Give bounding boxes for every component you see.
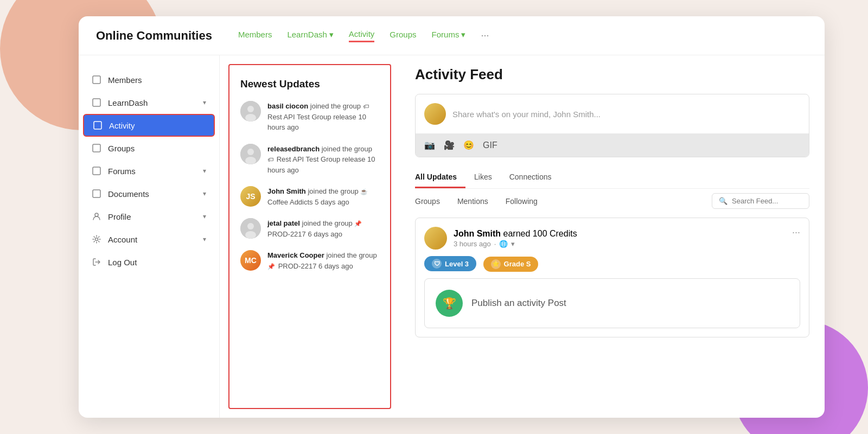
activity-card: John Smith earned 100 Credits 3 hours ag… [415, 218, 809, 337]
sidebar-item-label: LearnDash [108, 98, 148, 107]
sidebar-item-documents[interactable]: Documents ▾ [79, 182, 219, 205]
sidebar: Members LearnDash ▾ Activity Groups [79, 55, 220, 418]
badges-row: 🛡 Level 3 ⭐ Grade S [424, 256, 800, 272]
globe-icon: 🌐 [499, 240, 508, 248]
sidebar-item-activity[interactable]: Activity [83, 114, 215, 137]
group-icon: 📌 [267, 262, 275, 271]
avatar [240, 144, 261, 164]
svg-point-15 [247, 223, 254, 229]
activity-user-name: John Smith earned 100 Credits [454, 229, 577, 239]
nav-item-groups[interactable]: Groups [390, 30, 416, 41]
feed-subtabs: Groups Mentions Following 🔍 [415, 193, 809, 209]
svg-point-16 [245, 231, 256, 239]
nav-item-forums[interactable]: Forums ▾ [432, 30, 466, 42]
chevron-down-icon: ▾ [203, 99, 206, 106]
sidebar-item-label: Profile [108, 212, 131, 221]
sidebar-item-label: Activity [109, 121, 135, 130]
group-icon: 📌 [354, 219, 362, 228]
update-text: basil ciocon joined the group 🏷 Rest API… [267, 101, 379, 133]
checkbox-icon [92, 75, 101, 85]
subtab-mentions[interactable]: Mentions [449, 194, 497, 209]
activity-card-header: John Smith earned 100 Credits 3 hours ag… [424, 227, 800, 250]
chevron-down-icon: ▾ [203, 235, 206, 243]
group-icon: ☕ [360, 187, 368, 196]
emoji-icon[interactable]: 😊 [463, 140, 474, 150]
sidebar-item-label: Documents [108, 189, 149, 199]
sidebar-item-label: Account [108, 235, 137, 244]
update-text: releasedbranch joined the group 🏷 Rest A… [267, 144, 379, 176]
chevron-down-icon: ▾ [203, 167, 206, 175]
activity-meta: 3 hours ago · 🌐 ▾ [454, 240, 577, 248]
sidebar-item-forums[interactable]: Forums ▾ [79, 159, 219, 182]
nav-more-dots[interactable]: ··· [481, 30, 489, 41]
avatar [424, 227, 447, 250]
sidebar-item-logout[interactable]: Log Out [79, 251, 219, 273]
main-window: Online Communities Members LearnDash ▾ A… [79, 16, 825, 418]
checkbox-icon [92, 143, 101, 153]
feed-title: Activity Feed [415, 66, 809, 83]
avatar: JS [240, 186, 261, 207]
svg-point-13 [245, 157, 256, 164]
svg-rect-2 [94, 122, 101, 129]
share-input-area[interactable]: Share what's on your mind, John Smith... [416, 94, 809, 133]
shield-icon: 🛡 [432, 259, 442, 269]
nav-item-learndash[interactable]: LearnDash ▾ [287, 30, 333, 42]
gif-icon[interactable]: GIF [483, 141, 497, 150]
svg-point-10 [245, 114, 256, 122]
nav-item-members[interactable]: Members [238, 30, 272, 41]
nav-items: Members LearnDash ▾ Activity Groups Foru… [238, 29, 807, 42]
share-box: Share what's on your mind, John Smith...… [415, 94, 809, 157]
svg-rect-4 [93, 167, 100, 175]
list-item: JS John Smith joined the group ☕ Coffee … [240, 186, 379, 207]
updates-panel: Newest Updates basil ciocon joined the g… [228, 64, 391, 409]
list-item: jetal patel joined the group 📌 PROD-2217… [240, 218, 379, 239]
svg-point-12 [247, 149, 254, 155]
sidebar-item-groups[interactable]: Groups [79, 137, 219, 159]
search-icon: 🔍 [719, 197, 727, 205]
update-text: John Smith joined the group ☕ Coffee Add… [267, 186, 379, 207]
svg-point-7 [95, 238, 98, 241]
nav-item-activity[interactable]: Activity [349, 29, 375, 42]
feed-area: Activity Feed Share what's on your mind,… [400, 55, 825, 418]
more-options-icon[interactable]: ··· [792, 227, 800, 238]
publish-card: 🏆 Publish an activity Post [424, 278, 800, 328]
tab-connections[interactable]: Connections [501, 168, 560, 188]
svg-point-9 [247, 106, 254, 112]
sidebar-item-members[interactable]: Members [79, 68, 219, 91]
nav-logo: Online Communities [96, 29, 212, 43]
svg-rect-3 [93, 144, 100, 152]
content-area: Newest Updates basil ciocon joined the g… [220, 55, 825, 418]
publish-icon: 🏆 [436, 290, 463, 317]
grade-badge: ⭐ Grade S [483, 257, 539, 272]
avatar [424, 103, 446, 125]
svg-point-6 [95, 213, 98, 216]
feed-tabs: All Updates Likes Connections [415, 168, 809, 189]
list-item: releasedbranch joined the group 🏷 Rest A… [240, 144, 379, 176]
tab-all-updates[interactable]: All Updates [415, 168, 465, 188]
sidebar-item-label: Forums [108, 167, 136, 176]
dot-separator: · [494, 240, 496, 248]
level-badge: 🛡 Level 3 [424, 256, 476, 271]
camera-icon[interactable]: 📷 [424, 140, 435, 150]
activity-user-details: John Smith earned 100 Credits 3 hours ag… [454, 229, 577, 248]
sidebar-item-label: Groups [108, 144, 135, 153]
checkbox-icon [92, 189, 101, 199]
update-text: Maverick Cooper joined the group 📌 PROD-… [267, 250, 379, 271]
star-icon: ⭐ [491, 259, 501, 269]
subtab-following[interactable]: Following [497, 194, 546, 209]
checkbox-icon [92, 166, 101, 176]
list-item: basil ciocon joined the group 🏷 Rest API… [240, 101, 379, 133]
search-feed-input[interactable] [732, 197, 802, 205]
avatar: MC [240, 250, 261, 271]
sidebar-item-learndash[interactable]: LearnDash ▾ [79, 91, 219, 114]
svg-rect-0 [93, 76, 100, 84]
checkbox-icon [93, 120, 103, 130]
group-icon: 🏷 [363, 102, 369, 111]
subtab-groups[interactable]: Groups [415, 194, 449, 209]
sidebar-item-profile[interactable]: Profile ▾ [79, 205, 219, 228]
tab-likes[interactable]: Likes [465, 168, 501, 188]
video-icon[interactable]: 🎥 [444, 140, 455, 150]
share-toolbar: 📷 🎥 😊 GIF [416, 133, 809, 157]
sidebar-item-account[interactable]: Account ▾ [79, 228, 219, 251]
update-text: jetal patel joined the group 📌 PROD-2217… [267, 218, 379, 239]
